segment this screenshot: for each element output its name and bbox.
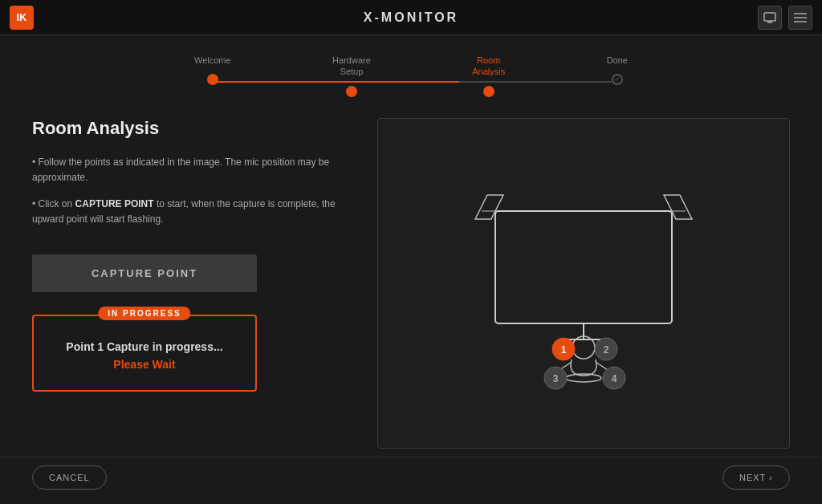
svg-marker-9: [475, 195, 503, 219]
left-speaker: [475, 195, 503, 219]
main-content: Room Analysis • Follow the points as ind…: [0, 110, 822, 457]
progress-wait: Please Wait: [50, 358, 239, 371]
svg-text:2: 2: [604, 344, 609, 356]
stepper: Welcome HardwareSetup RoomAnalysis Done …: [0, 35, 822, 110]
progress-message: Point 1 Capture in progress...: [50, 340, 239, 353]
capture-point-button[interactable]: CAPTURE POINT: [32, 254, 257, 292]
app-logo: IK: [10, 6, 34, 30]
room-diagram-svg: 1 2 3 4: [431, 155, 736, 412]
app-header: IK X-MONITOR: [0, 0, 822, 35]
svg-rect-0: [764, 13, 775, 21]
stepper-steps: Welcome HardwareSetup RoomAnalysis Done …: [194, 55, 628, 97]
progress-badge: IN PROGRESS: [98, 307, 190, 320]
page-title: Room Analysis: [32, 118, 353, 139]
footer: CANCEL NEXT ›: [0, 457, 822, 498]
instruction-1: • Follow the points as indicated in the …: [32, 155, 353, 185]
svg-text:4: 4: [612, 373, 617, 384]
room-diagram-panel: 1 2 3 4: [377, 118, 790, 449]
cancel-button[interactable]: CANCEL: [32, 465, 107, 490]
menu-icon-button[interactable]: [788, 6, 812, 30]
svg-rect-6: [495, 211, 672, 323]
svg-text:3: 3: [553, 373, 559, 384]
svg-text:1: 1: [561, 344, 567, 356]
step-hardware-dot: [346, 86, 357, 97]
next-label: NEXT: [739, 473, 766, 482]
step-hardware-label: HardwareSetup: [332, 55, 371, 78]
step-room-analysis: RoomAnalysis: [472, 55, 505, 97]
step-welcome-label: Welcome: [194, 55, 231, 66]
instruction-2: • Click on CAPTURE POINT to start, when …: [32, 197, 353, 227]
right-speaker: [664, 195, 692, 219]
logo-text: IK: [17, 11, 27, 23]
monitor-icon-button[interactable]: [758, 6, 782, 30]
step-hardware-setup: HardwareSetup: [332, 55, 371, 97]
next-button[interactable]: NEXT ›: [722, 465, 790, 490]
step-welcome-dot: [207, 74, 218, 85]
step-welcome: Welcome: [194, 55, 231, 97]
header-actions: [758, 6, 812, 30]
progress-box: IN PROGRESS Point 1 Capture in progress.…: [32, 315, 257, 392]
svg-line-16: [596, 362, 608, 370]
svg-marker-11: [664, 195, 692, 219]
step-room-dot: [483, 86, 494, 97]
step-done: Done ✓: [607, 55, 628, 97]
next-chevron-icon: ›: [769, 473, 773, 482]
step-done-label: Done: [607, 55, 628, 66]
step-room-label: RoomAnalysis: [472, 55, 505, 78]
step-done-dot: ✓: [612, 74, 623, 85]
left-panel: Room Analysis • Follow the points as ind…: [32, 118, 353, 449]
app-title: X-MONITOR: [364, 10, 458, 25]
